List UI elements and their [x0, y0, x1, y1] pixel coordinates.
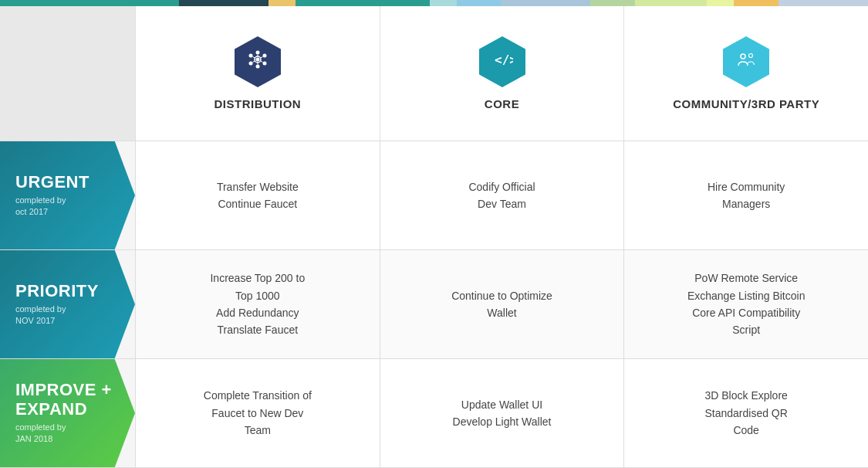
urgent-community-text: Hire CommunityManagers: [708, 178, 785, 213]
priority-distribution-cell: Increase Top 200 toTop 1000Add Redundanc…: [135, 250, 380, 358]
urgent-distribution-text: Transfer WebsiteContinue Faucet: [217, 178, 299, 213]
priority-community-cell: PoW Remote ServiceExchange Listing Bitco…: [623, 250, 868, 358]
svg-line-13: [260, 61, 262, 63]
svg-point-14: [255, 58, 259, 62]
improve-core-text: Update Wallet UIDevelop Light Wallet: [453, 396, 552, 431]
core-hex-container: </>: [475, 35, 529, 89]
distribution-hexagon: [231, 35, 285, 89]
svg-line-10: [252, 57, 255, 59]
top-bar-segment: [430, 0, 457, 6]
community-hexagon: [719, 35, 773, 89]
top-bar-segment: [778, 0, 868, 6]
svg-point-18: [741, 54, 745, 59]
urgent-label: URGENT completed byoct 2017: [0, 141, 135, 249]
priority-distribution-text: Increase Top 200 toTop 1000Add Redundanc…: [210, 270, 305, 339]
header-col-community: COMMUNITY/3RD PARTY: [623, 6, 868, 141]
top-bar-segment: [269, 0, 296, 6]
top-bar-segment: [501, 0, 590, 6]
svg-point-5: [262, 54, 266, 58]
improve-community-text: 3D Block ExploreStandardised QRCode: [704, 387, 787, 439]
svg-point-2: [255, 51, 259, 55]
urgent-core-cell: Codify OfficialDev Team: [380, 141, 624, 249]
content-rows: URGENT completed byoct 2017 Transfer Web…: [0, 141, 868, 468]
top-bar-segment: [707, 0, 734, 6]
improve-distribution-cell: Complete Transition ofFaucet to New DevT…: [135, 359, 380, 467]
top-bar-segment: [734, 0, 778, 6]
svg-point-4: [248, 54, 252, 58]
priority-title: PRIORITY: [15, 282, 123, 300]
distribution-hex-container: [231, 35, 285, 89]
row-urgent: URGENT completed byoct 2017 Transfer Web…: [0, 141, 868, 250]
community-icon: [735, 49, 757, 75]
core-icon: </>: [491, 49, 513, 75]
main-content: DISTRIBUTION </> CORE: [0, 6, 868, 468]
svg-line-11: [260, 57, 262, 59]
improve-distribution-text: Complete Transition ofFaucet to New DevT…: [204, 387, 312, 439]
priority-community-text: PoW Remote ServiceExchange Listing Bitco…: [687, 270, 806, 339]
svg-text:</>: </>: [495, 53, 513, 67]
community-title: COMMUNITY/3RD PARTY: [673, 97, 819, 112]
priority-core-text: Continue to OptimizeWallet: [451, 287, 552, 322]
row-priority: PRIORITY completed byNOV 2017 Increase T…: [0, 250, 868, 359]
top-bar-segment: [296, 0, 430, 6]
priority-subtitle: completed byNOV 2017: [15, 304, 123, 327]
improve-title: IMPROVE +EXPAND: [15, 381, 123, 418]
distribution-title: DISTRIBUTION: [214, 97, 302, 112]
top-bar-segment: [457, 0, 502, 6]
urgent-subtitle: completed byoct 2017: [15, 195, 123, 219]
top-color-bar: [0, 0, 868, 6]
svg-point-6: [248, 62, 252, 66]
priority-label: PRIORITY completed byNOV 2017: [0, 250, 135, 358]
urgent-title: URGENT: [15, 173, 123, 192]
top-bar-segment: [179, 0, 269, 6]
svg-point-19: [749, 54, 753, 58]
urgent-distribution-cell: Transfer WebsiteContinue Faucet: [135, 141, 380, 249]
urgent-core-text: Codify OfficialDev Team: [468, 178, 535, 213]
header-row: DISTRIBUTION </> CORE: [0, 6, 868, 141]
top-bar-segment: [635, 0, 707, 6]
improve-subtitle: completed byJAN 2018: [15, 422, 123, 446]
header-col-distribution: DISTRIBUTION: [135, 6, 380, 141]
community-hex-container: [719, 35, 773, 89]
urgent-community-cell: Hire CommunityManagers: [623, 141, 868, 249]
improve-core-cell: Update Wallet UIDevelop Light Wallet: [380, 359, 624, 467]
row-improve: IMPROVE +EXPAND completed byJAN 2018 Com…: [0, 359, 868, 468]
header-label-empty: [0, 6, 135, 141]
improve-label: IMPROVE +EXPAND completed byJAN 2018: [0, 359, 135, 467]
svg-line-12: [252, 61, 255, 63]
top-bar-segment: [0, 0, 179, 6]
core-hexagon: </>: [475, 35, 529, 89]
svg-point-7: [262, 62, 266, 66]
svg-point-3: [255, 65, 259, 69]
distribution-icon: [247, 49, 269, 75]
top-bar-segment: [590, 0, 635, 6]
improve-community-cell: 3D Block ExploreStandardised QRCode: [623, 359, 868, 467]
header-col-core: </> CORE: [380, 6, 624, 141]
priority-core-cell: Continue to OptimizeWallet: [380, 250, 624, 358]
core-title: CORE: [485, 97, 519, 112]
